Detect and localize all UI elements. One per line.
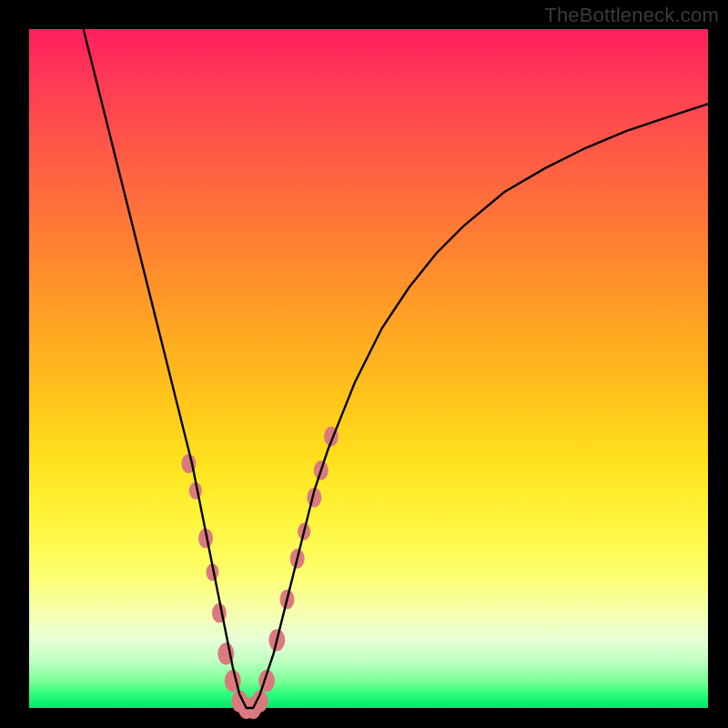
watermark-text: TheBottleneck.com xyxy=(544,4,719,27)
bottleneck-curve xyxy=(84,29,708,708)
curve-layer xyxy=(29,29,708,708)
plot-area xyxy=(29,29,708,708)
marker-lobes xyxy=(181,427,339,719)
chart-frame: TheBottleneck.com xyxy=(0,0,728,728)
